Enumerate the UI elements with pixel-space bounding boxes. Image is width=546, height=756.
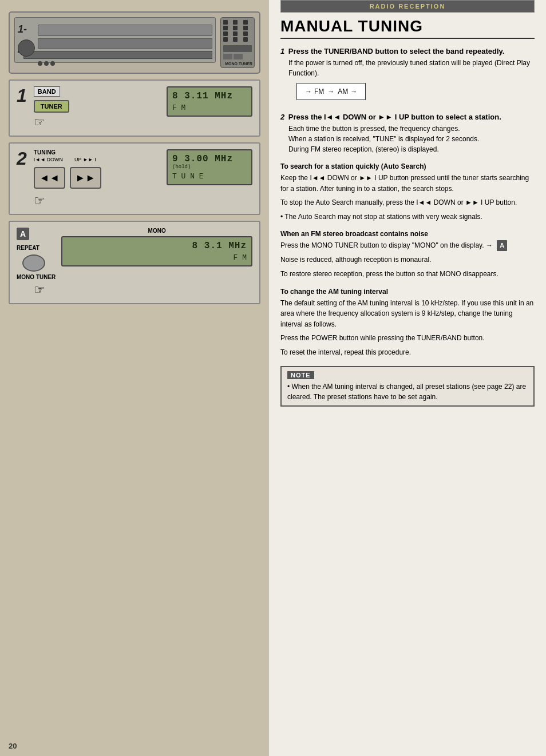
step2-body: Each time the button is pressed, the fre… [288,124,535,154]
fm-stereo-body1: Press the MONO TUNER button to display "… [280,240,535,251]
fm-stereo-body2: Noise is reduced, although reception is … [280,254,535,265]
device-sketch: 1- 2- [9,11,260,74]
am-tuning-section: To change the AM tuning interval The def… [280,288,535,358]
step2-mode: T U N E [172,172,247,181]
down-button[interactable]: ◄◄ [34,167,65,189]
left-panel: 1- 2- [0,0,269,756]
autosearch-body2: To stop the Auto Search manually, press … [280,197,535,208]
section-a-label: A [17,228,29,240]
step2-body3: During FM stereo reception, (stereo) is … [288,144,535,154]
device-body: 1- 2- [14,17,216,63]
down-label: I◄◄ DOWN [34,157,63,162]
step1-header: 1 Press the TUNER/BAND button to select … [280,47,535,55]
am-tuning-body1: The default setting of the AM tuning int… [280,298,535,330]
fm-stereo-body3: To restore stereo reception, press the b… [280,269,535,280]
fm-stereo-section: When an FM stereo broadcast contains noi… [280,230,535,279]
tuner-button[interactable]: TUNER [34,100,69,113]
autosearch-body1: Keep the I◄◄ DOWN or ►► I UP button pres… [280,173,535,194]
fm-am-diagram: → FM → AM → [296,83,366,100]
repeat-label: REPEAT [17,245,56,251]
step2-label: 2 [17,149,27,168]
am-label: AM [338,86,348,97]
page-number: 20 [9,742,17,750]
step1-instructions: 1 Press the TUNER/BAND button to select … [280,47,535,105]
note-label: NOTE [287,371,314,379]
band-label: BAND [34,86,60,97]
fm-stereo-title: When an FM stereo broadcast contains noi… [280,230,535,238]
am-tuning-title: To change the AM tuning interval [280,288,535,296]
repeat-button[interactable] [22,254,45,272]
page-title: MANUAL TUNING [280,17,535,39]
label-1: 1- [18,23,27,35]
step2-body2: When a station is received, "TUNE" is di… [288,134,535,144]
arrow3: → [350,86,357,97]
autosearch-bullet: • The Auto Search may not stop at statio… [280,212,535,222]
arrow2: → [327,86,334,97]
step1-label: 1 [17,86,27,105]
a-box-inline: A [497,240,507,251]
hand-icon-3: ☞ [34,282,56,297]
autosearch-section: To search for a station quickly (Auto Se… [280,162,535,222]
right-panel: RADIO RECEPTION MANUAL TUNING 1 Press th… [269,0,546,756]
am-tuning-body3: To reset the interval, repeat this proce… [280,347,535,358]
step2-instructions: 2 Press the I◄◄ DOWN or ►► I UP button t… [280,113,535,154]
step1-body: If the power is turned off, the previous… [288,58,535,105]
up-label: UP ►► I [74,157,96,162]
step2-sub: (hold) [172,164,247,170]
step2-body1: Each time the button is pressed, the fre… [288,124,535,134]
step1-mode: F M [172,104,247,112]
mono-tuner-btn-label: MONO TUNER [17,274,56,280]
am-tuning-body2: Press the POWER button while pressing th… [280,333,535,344]
step2-header: 2 Press the I◄◄ DOWN or ►► I UP button t… [280,113,535,121]
up-button[interactable]: ►► [70,167,101,189]
step2-title: Press the I◄◄ DOWN or ►► I UP button to … [288,113,501,121]
section-a-display: 8 3.1 MHz F M [61,236,252,266]
step1-diagram: 1 BAND TUNER ☞ 8 3.11 MHz F M [9,79,260,137]
section-a-freq: 8 3.1 MHz [67,241,247,251]
mono-tuner-label: MONO TUNER [221,61,254,67]
arrow1: → [305,86,312,97]
step2-diagram: 2 TUNING I◄◄ DOWN UP ►► I ◄◄ ►► ☞ [9,142,260,215]
note-body: • When the AM tuning interval is changed… [287,381,528,402]
section-header: RADIO RECEPTION [280,0,535,13]
section-a-mode: F M [67,253,247,262]
note-box: NOTE • When the AM tuning interval is ch… [280,366,535,407]
step1-display: 8 3.11 MHz F M [167,86,252,117]
section-a-box: A REPEAT MONO TUNER ☞ MONO 8 3.1 MHz F M [9,221,260,304]
hand-icon-2: ☞ [34,193,161,208]
step2-number: 2 [280,113,284,121]
mono-display-label: MONO [61,228,252,234]
step2-freq: 9 3.00 MHz [172,154,247,164]
autosearch-title: To search for a station quickly (Auto Se… [280,162,535,170]
step1-title: Press the TUNER/BAND button to select th… [288,47,505,55]
fm-label: FM [314,86,324,97]
step1-freq: 8 3.11 MHz [172,91,247,101]
step1-number: 1 [280,47,284,55]
hand-icon: ☞ [34,115,161,130]
step1-body-text: If the power is turned off, the previous… [288,58,535,78]
tuning-label: TUNING [34,149,56,156]
device-remote: MONO TUNER [220,17,255,68]
step2-display: 9 3.00 MHz (hold) T U N E [167,149,252,185]
